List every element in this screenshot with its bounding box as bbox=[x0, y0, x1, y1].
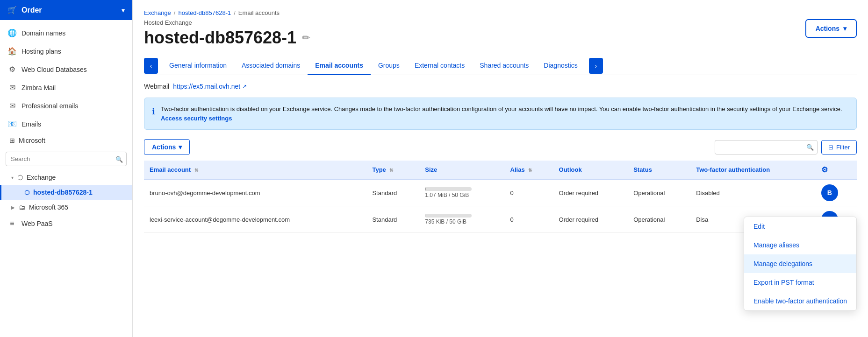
zimbra-mail-icon: ✉ bbox=[7, 83, 17, 92]
sidebar-item-domain-names[interactable]: 🌐 Domain names bbox=[0, 24, 132, 42]
col-email-account[interactable]: Email account ⇅ bbox=[144, 161, 366, 179]
tab-general-information[interactable]: General information bbox=[162, 57, 234, 75]
alert-link[interactable]: Access security settings bbox=[161, 115, 232, 122]
tabs-wrapper: ‹ General information Associated domains… bbox=[144, 57, 857, 75]
tab-diagnostics[interactable]: Diagnostics bbox=[536, 57, 585, 75]
page-title: hosted-db857628-1 ✏ bbox=[144, 28, 310, 48]
edit-title-icon[interactable]: ✏ bbox=[302, 32, 310, 43]
cell-type-1: Standard bbox=[366, 179, 419, 206]
exchange-icon: ⬡ bbox=[17, 174, 23, 181]
cell-outlook-2: Order required bbox=[553, 206, 628, 233]
avatar-1: B bbox=[821, 184, 838, 201]
filter-button[interactable]: ⊟ Filter bbox=[821, 140, 857, 154]
tab-groups[interactable]: Groups bbox=[371, 57, 407, 75]
breadcrumb-current: Email accounts bbox=[238, 9, 280, 16]
tab-external-contacts[interactable]: External contacts bbox=[407, 57, 472, 75]
col-type[interactable]: Type ⇅ bbox=[366, 161, 419, 179]
webmail-label: Webmail bbox=[144, 83, 169, 90]
tab-next-button[interactable]: › bbox=[589, 58, 603, 74]
dropdown-item-export-pst[interactable]: Export in PST format bbox=[744, 273, 856, 292]
tab-associated-domains[interactable]: Associated domains bbox=[234, 57, 308, 75]
sidebar-item-microsoft[interactable]: ⊞ Microsoft bbox=[0, 133, 132, 148]
cell-status-2: Operational bbox=[628, 206, 690, 233]
webmail-link[interactable]: https://ex5.mail.ovh.net ↗ bbox=[173, 83, 247, 90]
sidebar-item-web-cloud-databases[interactable]: ⚙ Web Cloud Databases bbox=[0, 60, 132, 78]
expand-icon-m365: ▶ bbox=[11, 205, 15, 210]
cell-status-1: Operational bbox=[628, 179, 690, 206]
tab-email-accounts[interactable]: Email accounts bbox=[308, 57, 371, 75]
cell-twofactor-1: Disabled bbox=[690, 179, 815, 206]
table-actions-chevron-icon: ▾ bbox=[179, 143, 182, 151]
breadcrumb-hosted[interactable]: hosted-db857628-1 bbox=[178, 9, 231, 16]
sidebar-item-hosted-db[interactable]: ⬡ hosted-db857628-1 bbox=[0, 185, 132, 200]
sidebar-item-emails[interactable]: 📧 Emails bbox=[0, 115, 132, 133]
toolbar-left: Actions ▾ bbox=[144, 139, 190, 155]
page-subtitle: Hosted Exchange bbox=[144, 19, 310, 26]
hosted-db-icon: ⬡ bbox=[24, 189, 29, 196]
table-toolbar: Actions ▾ 🔍 ⊟ Filter bbox=[144, 139, 857, 155]
tab-shared-accounts[interactable]: Shared accounts bbox=[472, 57, 536, 75]
page-header: Hosted Exchange hosted-db857628-1 ✏ Acti… bbox=[144, 19, 857, 48]
sidebar-item-professional-emails[interactable]: ✉ Professional emails bbox=[0, 97, 132, 115]
table-search-icon[interactable]: 🔍 bbox=[806, 144, 814, 151]
sidebar-search-icon: 🔍 bbox=[115, 155, 123, 162]
alert-info-icon: ℹ bbox=[152, 105, 155, 118]
sidebar-search-input[interactable] bbox=[6, 152, 127, 166]
table-search-input[interactable] bbox=[715, 140, 818, 154]
col-size: Size bbox=[419, 161, 504, 179]
col-settings-icon[interactable]: ⚙ bbox=[821, 166, 828, 174]
breadcrumb-exchange[interactable]: Exchange bbox=[144, 9, 171, 16]
main-content-area: Exchange / hosted-db857628-1 / Email acc… bbox=[133, 0, 868, 337]
col-outlook: Outlook bbox=[553, 161, 628, 179]
dropdown-item-manage-aliases[interactable]: Manage aliases bbox=[744, 236, 856, 254]
cell-email-1: bruno-ovh@degomme-development.com bbox=[144, 179, 366, 206]
m365-icon: 🗂 bbox=[19, 204, 25, 211]
sidebar-item-exchange[interactable]: ▾ ⬡ Exchange bbox=[0, 170, 132, 185]
breadcrumb-sep2: / bbox=[234, 9, 236, 16]
cart-icon: 🛒 bbox=[7, 6, 17, 14]
sort-alias-icon: ⇅ bbox=[528, 168, 532, 173]
sort-email-icon: ⇅ bbox=[194, 168, 198, 173]
dropdown-item-edit[interactable]: Edit bbox=[744, 217, 856, 236]
cell-size-1: 1.07 MiB / 50 GiB bbox=[419, 179, 504, 206]
alert-text: Two-factor authentication is disabled on… bbox=[161, 105, 849, 123]
header-actions-button[interactable]: Actions ▾ bbox=[805, 19, 857, 38]
expand-chevron-icon: ▾ bbox=[11, 175, 14, 180]
header-actions-chevron-icon: ▾ bbox=[843, 25, 846, 32]
microsoft-icon: ⊞ bbox=[9, 137, 15, 144]
professional-emails-icon: ✉ bbox=[7, 101, 17, 110]
emails-icon: 📧 bbox=[7, 119, 17, 128]
table-search-wrap: 🔍 bbox=[715, 140, 818, 154]
sidebar-item-hosting-plans[interactable]: 🏠 Hosting plans bbox=[0, 42, 132, 60]
web-paas-icon: ≡ bbox=[7, 219, 17, 228]
webmail-bar: Webmail https://ex5.mail.ovh.net ↗ bbox=[144, 83, 857, 90]
sidebar-item-web-paas[interactable]: ≡ Web PaaS bbox=[0, 215, 132, 232]
sidebar-order-header[interactable]: 🛒 Order ▾ bbox=[0, 0, 132, 20]
table-actions-button[interactable]: Actions ▾ bbox=[144, 139, 190, 155]
cell-avatar-1: B bbox=[816, 179, 857, 206]
table-container: Email account ⇅ Type ⇅ Size Alias ⇅ Outl… bbox=[144, 161, 857, 233]
dropdown-item-manage-delegations[interactable]: Manage delegations bbox=[744, 254, 856, 273]
sidebar-nav: 🌐 Domain names 🏠 Hosting plans ⚙ Web Clo… bbox=[0, 20, 132, 236]
tab-prev-button[interactable]: ‹ bbox=[144, 58, 158, 74]
domain-names-icon: 🌐 bbox=[7, 28, 17, 37]
sidebar-item-zimbra-mail[interactable]: ✉ Zimbra Mail bbox=[0, 78, 132, 97]
sidebar: 🛒 Order ▾ 🌐 Domain names 🏠 Hosting plans… bbox=[0, 0, 133, 337]
context-dropdown-menu: Edit Manage aliases Manage delegations E… bbox=[744, 217, 857, 311]
table-row: bruno-ovh@degomme-development.com Standa… bbox=[144, 179, 857, 206]
breadcrumb: Exchange / hosted-db857628-1 / Email acc… bbox=[144, 9, 857, 16]
external-link-icon: ↗ bbox=[242, 83, 247, 90]
toolbar-right: 🔍 ⊟ Filter bbox=[715, 140, 857, 154]
cell-type-2: Standard bbox=[366, 206, 419, 233]
col-status: Status bbox=[628, 161, 690, 179]
col-alias[interactable]: Alias ⇅ bbox=[505, 161, 553, 179]
sidebar-item-microsoft-365[interactable]: ▶ 🗂 Microsoft 365 bbox=[0, 200, 132, 215]
dropdown-item-enable-2fa[interactable]: Enable two-factor authentication bbox=[744, 292, 856, 310]
sidebar-header-chevron-icon: ▾ bbox=[122, 7, 125, 14]
cell-email-2: leexi-service-account@degomme-developmen… bbox=[144, 206, 366, 233]
alert-2fa: ℹ Two-factor authentication is disabled … bbox=[144, 98, 857, 130]
filter-icon: ⊟ bbox=[828, 144, 833, 151]
cell-size-2: 735 KiB / 50 GiB bbox=[419, 206, 504, 233]
sort-type-icon: ⇅ bbox=[389, 168, 393, 173]
cell-outlook-1: Order required bbox=[553, 179, 628, 206]
